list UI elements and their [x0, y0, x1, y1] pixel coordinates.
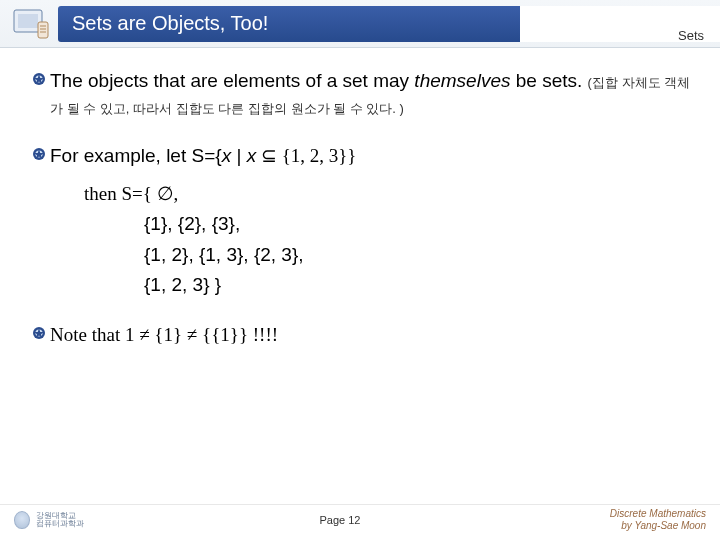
bullet-1-text: The objects that are elements of a set m… [50, 68, 692, 119]
subset-line-3: {1, 2, 3} } [144, 270, 692, 300]
title-icon [8, 2, 52, 46]
title-bar: Sets are Objects, Too! [0, 0, 720, 48]
t2m: | [231, 145, 247, 166]
t1b: themselves [414, 70, 510, 91]
slide-title: Sets are Objects, Too! [72, 12, 268, 35]
t2x1: x [222, 145, 232, 166]
bullet-2: For example, let S={x | x ⊆ {1, 2, 3}} [28, 143, 692, 169]
slide: Sets are Objects, Too! Sets The objects … [0, 0, 720, 540]
bullet-icon [28, 322, 50, 348]
then-line: then S={ ∅, [84, 179, 692, 209]
bullet-3-text: Note that 1 ≠ {1} ≠ {{1}} !!!! [50, 322, 692, 348]
svg-rect-2 [38, 22, 48, 38]
slide-body: The objects that are elements of a set m… [0, 48, 720, 540]
footer: 강원대학교 컴퓨터과학과 Page 12 Discrete Mathematic… [0, 504, 720, 534]
footer-credit: Discrete Mathematics by Yang-Sae Moon [546, 508, 706, 531]
page-number: Page 12 [320, 514, 361, 526]
t2s: ⊆ {1, 2, 3}} [256, 145, 356, 166]
subset-line-2: {1, 2}, {1, 3}, {2, 3}, [144, 240, 692, 270]
bullet-2-text: For example, let S={x | x ⊆ {1, 2, 3}} [50, 143, 692, 169]
subset-line-1: {1}, {2}, {3}, [144, 209, 692, 239]
t2a: For example, let S={ [50, 145, 222, 166]
credit-line1: Discrete Mathematics [546, 508, 706, 520]
t2x2: x [247, 145, 257, 166]
bullet-1: The objects that are elements of a set m… [28, 68, 692, 119]
bullet-icon [28, 143, 50, 169]
credit-line2: by Yang-Sae Moon [546, 520, 706, 532]
svg-rect-1 [18, 14, 38, 28]
t1a: The objects that are elements of a set m… [50, 70, 414, 91]
univ-line2: 컴퓨터과학과 [36, 520, 84, 528]
footer-univ: 강원대학교 컴퓨터과학과 [36, 512, 84, 528]
bullet-3: Note that 1 ≠ {1} ≠ {{1}} !!!! [28, 322, 692, 348]
bullet-icon [28, 68, 50, 119]
t1c: be sets. [510, 70, 587, 91]
shield-icon [14, 511, 30, 529]
footer-logo: 강원대학교 컴퓨터과학과 [14, 511, 134, 529]
title-chip: Sets are Objects, Too! [58, 6, 720, 42]
section-label: Sets [678, 28, 704, 43]
